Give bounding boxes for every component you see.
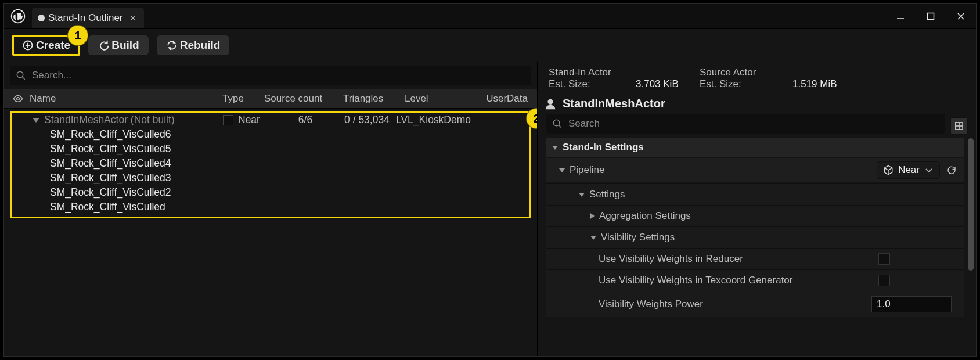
row-settings[interactable]: Settings	[546, 183, 964, 205]
source-est-size-value: 1.519 MiB	[792, 78, 856, 90]
scrollbar[interactable]	[968, 138, 974, 352]
checkbox-vis-texcoord[interactable]	[878, 275, 890, 286]
tab-dot-icon	[38, 15, 45, 21]
parent-type: Near	[238, 114, 273, 126]
tree-header: Name Type Source count Triangles Level U…	[4, 89, 537, 109]
build-button[interactable]: Build	[88, 35, 149, 55]
standin-actor-title: Stand-In Actor	[549, 67, 636, 78]
outliner-search[interactable]	[10, 66, 531, 85]
tab-standin-outliner[interactable]: Stand-In Outliner ×	[32, 8, 144, 28]
reset-icon	[946, 165, 957, 175]
svg-point-7	[17, 71, 23, 78]
tree-parent-row[interactable]: StandInMeshActor (Not built) Near 6/6 0 …	[12, 113, 529, 127]
build-button-label: Build	[111, 39, 139, 52]
create-button-label: Create	[36, 39, 70, 52]
outliner-panel: Name Type Source count Triangles Level U…	[4, 62, 537, 356]
checkbox-vis-reducer[interactable]	[878, 253, 890, 265]
window: Stand-In Outliner × Create Build Reb	[3, 3, 977, 357]
source-actor-title: Source Actor	[700, 67, 792, 78]
parent-checkbox[interactable]	[223, 115, 233, 125]
details-search[interactable]	[546, 114, 945, 134]
settings-grid-button[interactable]	[950, 117, 968, 135]
svg-point-11	[553, 120, 560, 126]
rebuild-button[interactable]: Rebuild	[157, 35, 230, 55]
chevron-down-icon	[924, 165, 934, 175]
input-vis-power[interactable]: 1.0	[871, 296, 952, 312]
window-controls	[885, 4, 976, 28]
row-pipeline[interactable]: Pipeline Near	[546, 158, 964, 182]
standin-est-size-value: 3.703 KiB	[636, 78, 700, 90]
chevron-down-icon	[579, 193, 585, 197]
content: Name Type Source count Triangles Level U…	[4, 62, 976, 356]
standin-est-size-label: Est. Size:	[549, 78, 636, 90]
column-type[interactable]: Type	[219, 92, 261, 106]
chevron-down-icon	[559, 168, 565, 172]
row-use-visibility-weights-reducer: Use Visibility Weights in Reducer	[546, 248, 964, 269]
toolbar: Create Build Rebuild 1	[4, 29, 976, 62]
row-visibility-settings[interactable]: Visibility Settings	[546, 226, 964, 248]
properties: Stand-In Settings Pipeline Near	[546, 138, 976, 356]
stats: Stand-In Actor Source Actor Est. Size: 3…	[538, 62, 976, 93]
tree-child-row[interactable]: SM_Rock_Cliff_VisCulled5	[12, 142, 529, 156]
outliner-search-input[interactable]	[26, 69, 525, 82]
parent-name: StandInMeshActor (Not built)	[44, 114, 218, 126]
title-bar: Stand-In Outliner ×	[4, 4, 976, 29]
minimize-button[interactable]	[885, 4, 916, 28]
eye-icon	[13, 93, 23, 104]
tree-body-highlight: StandInMeshActor (Not built) Near 6/6 0 …	[10, 111, 531, 218]
scrollbar-thumb[interactable]	[968, 138, 974, 271]
unreal-engine-logo-icon	[4, 4, 32, 28]
search-icon	[552, 118, 563, 129]
grid-icon	[955, 122, 963, 130]
svg-line-8	[22, 77, 25, 80]
close-icon[interactable]: ×	[127, 13, 136, 23]
column-userdata[interactable]: UserData	[482, 92, 531, 106]
parent-triangles: 0 / 53,034	[338, 114, 396, 126]
plus-circle-icon	[22, 39, 34, 51]
tree-child-row[interactable]: SM_Rock_Cliff_VisCulled2	[12, 185, 529, 200]
actor-icon	[544, 98, 557, 110]
tree-child-row[interactable]: SM_Rock_Cliff_VisCulled6	[12, 127, 529, 142]
column-visibility[interactable]	[10, 93, 26, 104]
details-search-input[interactable]	[563, 117, 939, 130]
svg-point-10	[547, 99, 553, 104]
rebuild-icon	[166, 39, 178, 51]
tree-child-row[interactable]: SM_Rock_Cliff_VisCulled4	[12, 156, 529, 171]
chevron-down-icon[interactable]	[33, 118, 39, 123]
parent-level: LVL_KioskDemo	[396, 114, 489, 126]
section-standin-settings[interactable]: Stand-In Settings	[546, 138, 964, 157]
source-est-size-label: Est. Size:	[700, 78, 792, 90]
chevron-right-icon	[590, 213, 595, 219]
column-name[interactable]: Name	[26, 92, 219, 106]
row-aggregation-settings[interactable]: Aggregation Settings	[546, 205, 964, 226]
maximize-button[interactable]	[916, 4, 946, 28]
column-triangles[interactable]: Triangles	[340, 92, 401, 106]
details-panel: Stand-In Actor Source Actor Est. Size: 3…	[537, 62, 976, 356]
chevron-down-icon	[590, 236, 596, 240]
svg-rect-1	[928, 13, 934, 20]
column-source-count[interactable]: Source count	[261, 92, 340, 106]
parent-source: 6/6	[273, 114, 338, 126]
close-button[interactable]	[946, 4, 976, 28]
tree-child-row[interactable]: SM_Rock_Cliff_VisCulled3	[12, 171, 529, 185]
svg-line-12	[559, 125, 561, 128]
reset-button[interactable]	[945, 163, 959, 177]
row-use-visibility-weights-texcoord: Use Visibility Weights in Texcoord Gener…	[546, 269, 964, 291]
build-icon	[98, 39, 109, 51]
details-header: StandInMeshActor	[538, 93, 976, 114]
callout-1: 1	[68, 26, 88, 45]
tree-child-row[interactable]: SM_Rock_Cliff_VisCulled	[12, 200, 529, 214]
search-icon	[16, 70, 26, 81]
row-visibility-weights-power: Visibility Weights Power 1.0	[546, 291, 964, 317]
pipeline-dropdown[interactable]: Near	[877, 161, 940, 179]
rebuild-button-label: Rebuild	[180, 39, 221, 52]
tab-title: Stand-In Outliner	[48, 12, 123, 24]
details-title: StandInMeshActor	[563, 97, 665, 110]
chevron-down-icon	[552, 146, 558, 150]
column-level[interactable]: Level	[401, 92, 481, 106]
cube-icon	[883, 165, 893, 175]
svg-point-9	[17, 98, 20, 100]
